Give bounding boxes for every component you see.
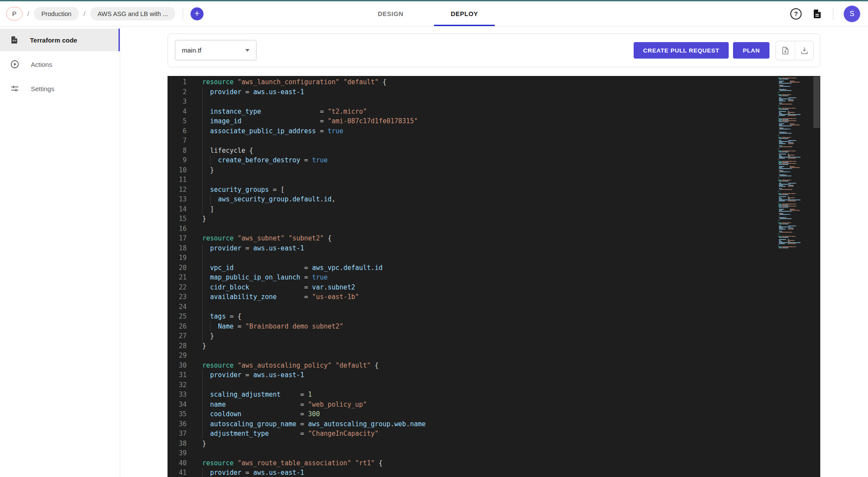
code-token: name [410, 420, 426, 428]
code-token: = { [226, 313, 241, 320]
line-number: 23 [168, 292, 187, 302]
code-line: 41 provider = aws.us-east-1 [168, 468, 820, 477]
code-line: 12 security_groups = [ [168, 185, 820, 195]
line-number: 13 [168, 194, 187, 204]
code-line: 23 availability_zone = "us-east-1b" [168, 292, 820, 302]
code-token [233, 234, 237, 242]
code-token: = [241, 469, 253, 477]
code-token: web [395, 420, 406, 428]
code-token: . [265, 469, 269, 477]
indent-guide [202, 419, 203, 429]
code-token: . [339, 264, 343, 272]
export-file-button[interactable] [776, 41, 795, 60]
indent-guide [202, 273, 203, 283]
export-button-group [776, 41, 814, 60]
tab-deploy[interactable]: DEPLOY [434, 1, 495, 26]
code-line-text: vpc_id = aws_vpc.default.id [202, 263, 382, 273]
minimap[interactable] [777, 77, 813, 476]
app-window: P / Production / AWS ASG and LB with ...… [0, 0, 868, 477]
code-token [202, 420, 210, 428]
code-line: 2 provider = aws.us-east-1 [168, 87, 820, 97]
indent-guide [202, 185, 203, 195]
code-token [332, 362, 335, 369]
code-token: create_before_destroy [218, 156, 300, 164]
code-line-text: create_before_destroy = true [202, 155, 328, 165]
documentation-button[interactable] [812, 9, 822, 19]
plan-button[interactable]: PLAN [733, 42, 769, 59]
code-token: cooldown [210, 410, 241, 418]
code-line: 24 [168, 302, 820, 312]
code-token: . [324, 283, 328, 291]
code-line-text: tags = { [202, 312, 241, 322]
code-token [202, 401, 210, 408]
indent-guide [202, 253, 203, 263]
code-token: aws [253, 371, 265, 379]
sidebar-item-actions[interactable]: Actions [0, 53, 120, 76]
code-token: resource [202, 234, 233, 242]
user-avatar[interactable]: S [844, 6, 860, 22]
code-line: 22 cidr_block = var.subnet2 [168, 283, 820, 293]
editor-scrollbar[interactable] [813, 76, 820, 128]
code-token: scaling_adjustment [210, 391, 281, 398]
line-number: 30 [168, 361, 187, 371]
line-number: 29 [168, 351, 187, 361]
code-token [285, 234, 289, 242]
code-token: aws [253, 469, 265, 477]
indent-guide [202, 400, 203, 410]
code-token [202, 293, 210, 301]
code-line-text: aws_security_group.default.id, [202, 194, 335, 204]
code-token [202, 313, 210, 320]
code-line-text: autoscaling_group_name = aws_autoscaling… [202, 419, 426, 429]
indent-guide [202, 136, 203, 146]
code-line: 9 create_before_destroy = true [168, 155, 820, 165]
code-line-text: lifecycle { [202, 146, 253, 156]
line-number: 25 [168, 312, 187, 322]
indent-guide [202, 380, 203, 390]
breadcrumb-item-architecture[interactable]: AWS ASG and LB with ... [90, 7, 175, 20]
code-token: "ami-087c17d1fe0178315" [328, 117, 418, 125]
breadcrumb-item-environment[interactable]: Production [34, 7, 79, 20]
create-pull-request-button[interactable]: CREATE PULL REQUEST [634, 42, 729, 59]
download-button[interactable] [795, 41, 813, 60]
indent-guide [202, 390, 203, 400]
code-line: 36 autoscaling_group_name = aws_autoscal… [168, 419, 820, 429]
breadcrumb-separator: / [27, 10, 29, 17]
file-selector[interactable]: main.tf [175, 40, 256, 60]
code-token: . [391, 420, 395, 428]
sidebar-item-settings[interactable]: Settings [0, 77, 120, 100]
code-line-text: security_groups = [ [202, 185, 285, 195]
line-number: 36 [168, 419, 187, 429]
indent-guide [202, 312, 203, 322]
line-number: 15 [168, 214, 187, 224]
indent-guide [202, 87, 203, 97]
code-token [202, 88, 210, 96]
code-token: us-east-1 [269, 371, 304, 379]
code-token: aws_autoscaling_group [308, 420, 391, 428]
code-line: 20 vpc_id = aws_vpc.default.id [168, 263, 820, 273]
code-token: lifecycle { [202, 147, 253, 155]
line-number: 38 [168, 439, 187, 449]
code-token [339, 78, 343, 86]
code-token: = [296, 420, 308, 428]
code-line: 30resource "aws_autoscaling_policy" "def… [168, 361, 820, 371]
breadcrumb-project-badge[interactable]: P [6, 7, 23, 20]
code-token: provider [210, 371, 241, 379]
indent-guide [202, 107, 203, 117]
download-icon [800, 46, 809, 55]
sidebar-item-terraform-code[interactable]: <> Terraform code [0, 29, 120, 51]
add-architecture-button[interactable]: + [191, 7, 204, 20]
header: P / Production / AWS ASG and LB with ...… [0, 1, 868, 26]
code-editor[interactable]: 1resource "aws_launch_configuration" "de… [168, 76, 820, 477]
code-line-text: Name = "Brainboard demo subnet2" [202, 322, 343, 332]
tab-design[interactable]: DESIGN [360, 1, 421, 26]
help-button[interactable]: ? [790, 8, 802, 20]
code-token: resource [202, 459, 233, 467]
indent-guide [202, 155, 203, 165]
code-line-text: ] [202, 204, 214, 214]
indent-guide [202, 302, 203, 312]
line-number: 35 [168, 409, 187, 419]
breadcrumb: P / Production / AWS ASG and LB with ...… [6, 1, 204, 26]
code-token: vpc_id [210, 264, 233, 272]
code-token: "us-east-1b" [312, 293, 359, 301]
code-line: 34 name = "web_policy_up" [168, 400, 820, 410]
